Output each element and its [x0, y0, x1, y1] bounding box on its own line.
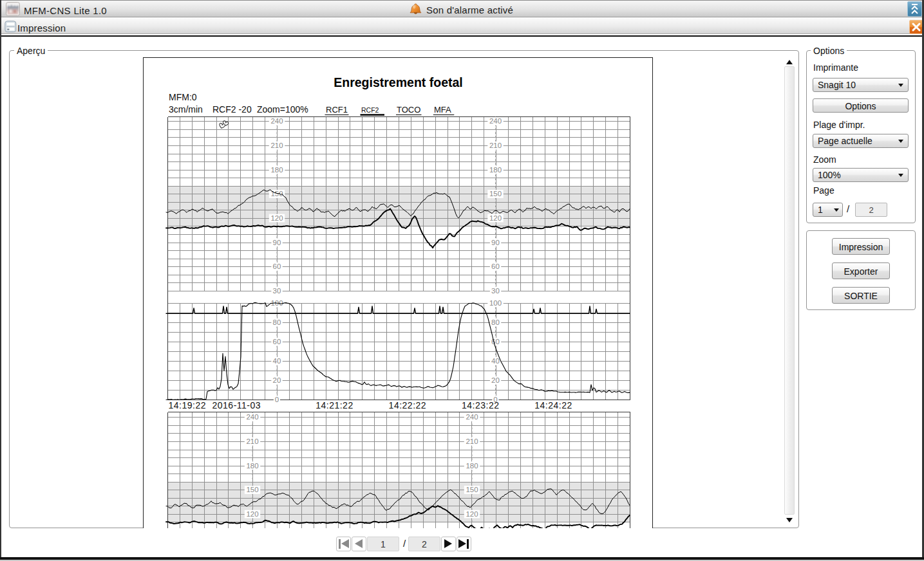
svg-text:RCF1: RCF1 — [326, 105, 348, 115]
svg-text:240: 240 — [270, 117, 283, 125]
svg-text:80: 80 — [491, 318, 500, 326]
svg-text:150: 150 — [246, 486, 258, 493]
svg-text:30: 30 — [273, 287, 281, 295]
svg-text:210: 210 — [270, 142, 283, 149]
svg-text:14:22:22: 14:22:22 — [389, 400, 427, 410]
svg-text:20: 20 — [491, 376, 500, 384]
svg-text:Zoom=100%: Zoom=100% — [257, 104, 308, 115]
svg-text:240: 240 — [246, 413, 258, 421]
svg-text:100: 100 — [489, 299, 502, 307]
svg-text:150: 150 — [489, 190, 502, 198]
svg-text:210: 210 — [489, 142, 502, 149]
svg-text:MFA: MFA — [434, 105, 451, 115]
svg-text:40: 40 — [491, 357, 500, 365]
svg-text:14:21:22: 14:21:22 — [316, 400, 354, 410]
svg-text:2016-11-03: 2016-11-03 — [212, 400, 261, 410]
svg-text:3cm/min: 3cm/min — [169, 104, 203, 115]
svg-text:180: 180 — [270, 166, 283, 174]
svg-text:0: 0 — [275, 396, 279, 403]
svg-text:14:23:22: 14:23:22 — [462, 400, 500, 410]
svg-text:20: 20 — [273, 376, 281, 384]
svg-text:RCF2 -20: RCF2 -20 — [212, 104, 252, 115]
svg-text:240: 240 — [489, 117, 502, 125]
svg-text:14:19:22: 14:19:22 — [169, 400, 207, 410]
svg-text:60: 60 — [491, 338, 500, 345]
svg-text:60: 60 — [273, 262, 281, 270]
svg-text:RCF2: RCF2 — [361, 106, 379, 114]
svg-text:180: 180 — [489, 166, 502, 174]
svg-text:90: 90 — [491, 239, 500, 246]
svg-text:40: 40 — [273, 357, 281, 365]
svg-text:90: 90 — [273, 239, 281, 246]
svg-text:14:24:22: 14:24:22 — [534, 400, 572, 410]
svg-text:150: 150 — [466, 486, 478, 493]
svg-text:120: 120 — [246, 510, 258, 518]
svg-text:TOCO: TOCO — [397, 105, 420, 115]
svg-text:MFM:0: MFM:0 — [169, 92, 197, 102]
svg-text:60: 60 — [273, 338, 281, 345]
svg-text:210: 210 — [466, 437, 478, 445]
svg-text:120: 120 — [489, 214, 502, 222]
svg-text:120: 120 — [466, 510, 478, 518]
svg-text:150: 150 — [270, 190, 283, 198]
svg-text:30: 30 — [491, 287, 500, 295]
svg-text:60: 60 — [491, 262, 500, 270]
svg-text:Enregistrement foetal: Enregistrement foetal — [334, 75, 462, 89]
svg-text:180: 180 — [466, 462, 478, 470]
svg-text:180: 180 — [246, 462, 258, 470]
svg-text:120: 120 — [270, 214, 283, 222]
svg-text:240: 240 — [466, 413, 478, 421]
svg-text:210: 210 — [246, 437, 258, 445]
svg-text:80: 80 — [273, 318, 281, 326]
